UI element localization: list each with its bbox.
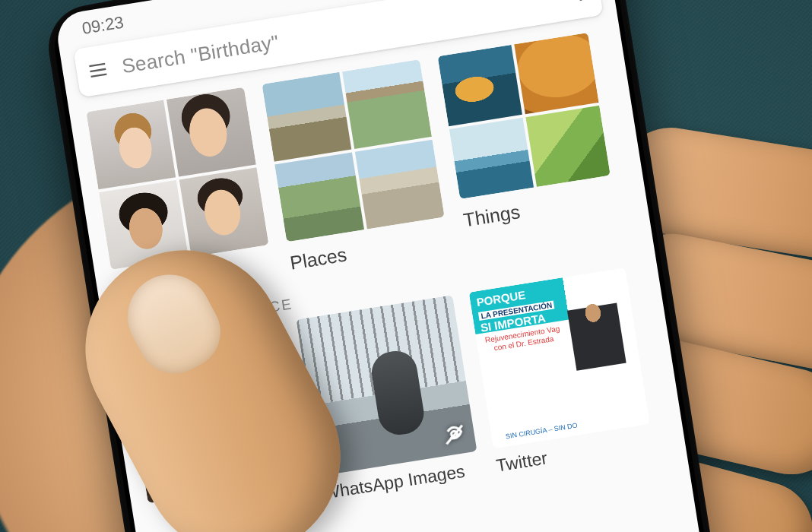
category-things[interactable]: Things bbox=[438, 33, 618, 246]
things-thumb bbox=[514, 33, 598, 114]
places-thumb bbox=[342, 59, 432, 149]
overflow-icon[interactable] bbox=[569, 0, 591, 6]
places-thumb bbox=[274, 152, 364, 242]
not-backed-up-icon bbox=[440, 421, 468, 449]
svg-line-10 bbox=[90, 69, 106, 71]
status-time: 09:23 bbox=[81, 13, 125, 39]
svg-line-9 bbox=[89, 64, 105, 66]
svg-point-14 bbox=[579, 0, 583, 1]
things-thumb bbox=[449, 118, 534, 199]
things-thumb bbox=[438, 45, 522, 126]
album-twitter[interactable]: PORQUE LA PRESENTACIÓN SI IMPORTA Rejuve… bbox=[469, 268, 655, 477]
places-thumb bbox=[262, 72, 351, 162]
people-thumb bbox=[167, 87, 256, 177]
svg-line-11 bbox=[91, 74, 107, 77]
things-thumb bbox=[525, 106, 610, 187]
menu-icon[interactable] bbox=[86, 58, 110, 82]
category-places[interactable]: Places bbox=[262, 59, 449, 274]
people-thumb bbox=[86, 100, 176, 189]
poster-footer: SIN CIRUGÍA – SIN DO bbox=[496, 420, 587, 442]
places-thumb bbox=[355, 140, 445, 230]
people-thumb bbox=[179, 167, 269, 257]
album-thumb: PORQUE LA PRESENTACIÓN SI IMPORTA Rejuve… bbox=[469, 268, 650, 448]
